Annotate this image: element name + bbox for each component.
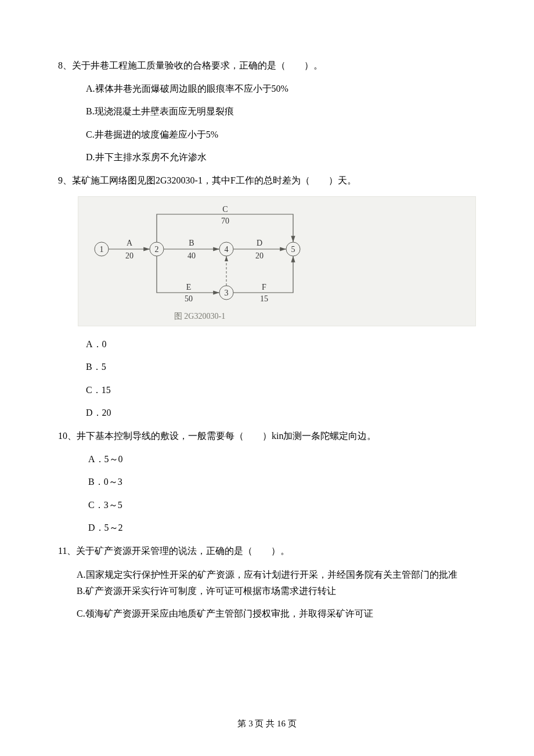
- node-3: 3: [219, 286, 233, 300]
- question-8-option-a: A.裸体井巷光面爆破周边眼的眼痕率不应小于50%: [86, 81, 476, 96]
- question-10-stem: 10、井下基本控制导线的敷设，一般需要每（ ）kin加测一条陀螺定向边。: [58, 429, 476, 444]
- edge-b-label: B: [189, 239, 194, 247]
- question-11-option-a: A.国家规定实行保护性开采的矿产资源，应有计划进行开采，并经国务院有关主管部门的…: [77, 570, 457, 579]
- question-9-option-d: D．20: [58, 405, 476, 420]
- svg-text:2: 2: [155, 245, 159, 254]
- edge-b-dur: 40: [187, 251, 196, 260]
- node-1: 1: [95, 242, 109, 256]
- question-9-option-a: A．0: [58, 337, 476, 352]
- node-2: 2: [150, 242, 164, 256]
- svg-text:5: 5: [291, 245, 295, 254]
- edge-f-dur: 15: [260, 294, 268, 303]
- question-9-stem: 9、某矿施工网络图见图2G320030-1，其中F工作的总时差为（ ）天。: [58, 173, 476, 188]
- question-8-option-d: D.井下主排水泵房不允许渗水: [86, 150, 476, 165]
- edge-a-label: A: [127, 239, 133, 247]
- edge-c-label: C: [222, 205, 228, 214]
- diagram-caption: 图 2G320030-1: [174, 312, 225, 321]
- node-4: 4: [219, 242, 233, 256]
- question-8-option-b: B.现浇混凝土井壁表面应无明显裂痕: [86, 104, 476, 119]
- edge-a-dur: 20: [125, 251, 134, 260]
- question-10-option-a: A．5～0: [58, 452, 476, 467]
- question-10-option-b: B．0～3: [58, 474, 476, 489]
- question-10-option-d: D．5～2: [58, 520, 476, 535]
- edge-f-label: F: [262, 283, 266, 291]
- node-5: 5: [286, 242, 300, 256]
- question-9-option-c: C．15: [58, 383, 476, 398]
- question-8-option-c: C.井巷掘进的坡度偏差应小于5%: [86, 127, 476, 142]
- edge-e-dur: 50: [185, 294, 193, 303]
- question-8-stem: 8、关于井巷工程施工质量验收的合格要求，正确的是（ ）。: [58, 58, 476, 73]
- edge-d-dur: 20: [255, 251, 264, 260]
- question-11-stem: 11、关于矿产资源开采管理的说法，正确的是（ ）。: [58, 543, 476, 559]
- edge-e-label: E: [186, 283, 192, 291]
- edge-c-dur: 70: [221, 217, 229, 225]
- network-diagram: 1 2 4 5 3 A: [78, 196, 476, 326]
- svg-text:4: 4: [225, 245, 229, 254]
- question-11-option-b: B.矿产资源开采实行许可制度，许可证可根据市场需求进行转让: [58, 583, 476, 600]
- svg-text:1: 1: [100, 245, 104, 254]
- page-footer: 第 3 页 共 16 页: [0, 718, 534, 729]
- question-10-option-c: C．3～5: [58, 498, 476, 513]
- question-11-option-c: C.领海矿产资源开采应由地质矿产主管部门授权审批，并取得采矿许可证: [58, 606, 476, 622]
- question-9-option-b: B．5: [58, 359, 476, 375]
- svg-text:3: 3: [225, 289, 229, 297]
- edge-d-label: D: [257, 239, 262, 247]
